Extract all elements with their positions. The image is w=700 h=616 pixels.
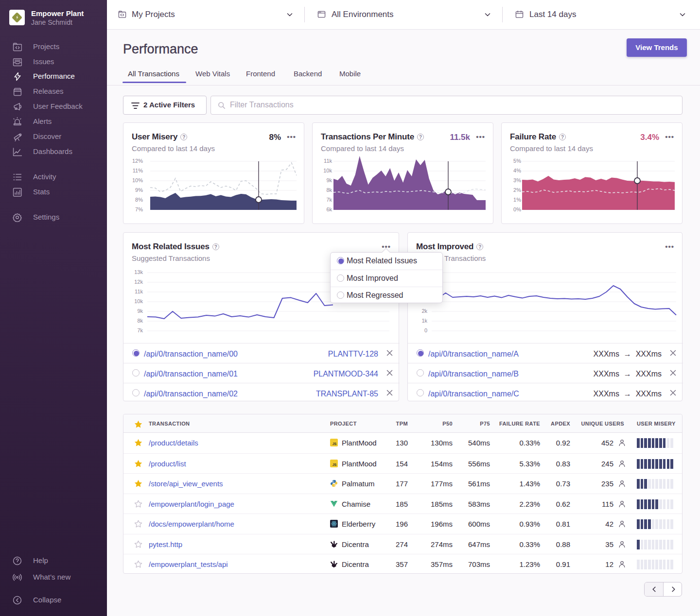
svg-text:JS: JS: [332, 463, 337, 466]
svg-text:JS: JS: [332, 442, 337, 445]
